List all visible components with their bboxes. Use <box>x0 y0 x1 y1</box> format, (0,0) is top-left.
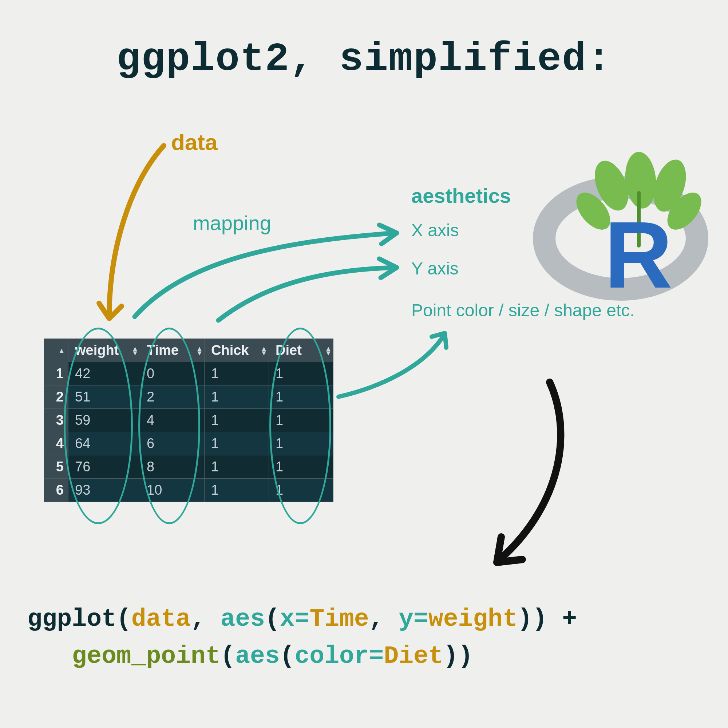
cell-chick: 1 <box>205 455 269 479</box>
code-token: , <box>191 605 220 633</box>
code-token: weight <box>428 605 518 633</box>
code-token: ( <box>220 642 236 670</box>
r-logo-letter: R <box>604 202 673 307</box>
highlight-oval-diet <box>269 327 331 524</box>
svg-point-4 <box>570 187 616 236</box>
code-token: ggplot <box>27 605 116 633</box>
sort-icon: ▴▾ <box>133 346 137 355</box>
code-token: ( <box>265 605 280 633</box>
sort-icon: ▴▾ <box>198 346 201 355</box>
table-header-chick: Chick▴▾ <box>205 339 269 362</box>
row-index: 1 <box>44 362 69 385</box>
code-token: x= <box>280 605 310 633</box>
code-token: ) <box>532 605 548 633</box>
svg-point-2 <box>623 151 658 210</box>
code-token: ) <box>444 642 458 670</box>
row-index: 6 <box>44 479 69 502</box>
code-token: ( <box>116 605 132 633</box>
cell-chick: 1 <box>205 362 269 385</box>
code-token: ) <box>518 605 532 633</box>
svg-point-0 <box>544 187 697 289</box>
cell-chick: 1 <box>205 432 269 455</box>
code-token: ) <box>458 642 473 670</box>
code-snippet: ggplot(data, aes(x=Time, y=weight)) + ge… <box>27 601 706 675</box>
arrow-mapping-y-icon <box>219 259 397 320</box>
code-token: Time <box>309 605 369 633</box>
code-token <box>27 642 72 670</box>
cell-chick: 1 <box>205 385 269 409</box>
code-token: data <box>132 605 191 633</box>
code-token: y= <box>399 605 428 633</box>
highlight-oval-weight <box>64 327 133 524</box>
sort-icon: ▴▾ <box>327 346 330 355</box>
label-point-attrs: Point color / size / shape etc. <box>411 300 635 320</box>
table-header-index: ▲ <box>44 339 69 362</box>
cell-chick: 1 <box>205 409 269 432</box>
svg-point-3 <box>648 155 692 216</box>
svg-point-1 <box>588 156 635 215</box>
arrow-data-icon <box>99 145 164 318</box>
sort-icon: ▴▾ <box>262 346 266 355</box>
code-token: aes <box>235 642 280 670</box>
arrow-mapping-point-icon <box>338 333 446 397</box>
cell-chick: 1 <box>205 479 269 502</box>
label-mapping: mapping <box>193 211 271 235</box>
code-token: + <box>547 605 577 633</box>
sort-icon: ▲ <box>58 348 65 353</box>
label-y-axis: Y axis <box>411 258 459 278</box>
page-title: ggplot2, simplified: <box>0 37 728 82</box>
code-token: , <box>369 605 399 633</box>
label-data: data <box>171 129 217 155</box>
label-x-axis: X axis <box>411 220 459 240</box>
code-token: color= <box>295 642 384 670</box>
highlight-oval-time <box>138 327 200 524</box>
arrow-mapping-x-icon <box>135 225 397 317</box>
code-token: ( <box>280 642 295 670</box>
code-token: Diet <box>384 642 443 670</box>
arrow-to-code-icon <box>497 382 561 562</box>
row-index: 5 <box>44 455 69 479</box>
svg-point-5 <box>661 187 708 236</box>
code-token: aes <box>220 605 265 633</box>
label-aesthetics: aesthetics <box>411 184 511 208</box>
code-token: geom_point <box>72 642 220 670</box>
r-logo-icon: R <box>544 151 708 307</box>
